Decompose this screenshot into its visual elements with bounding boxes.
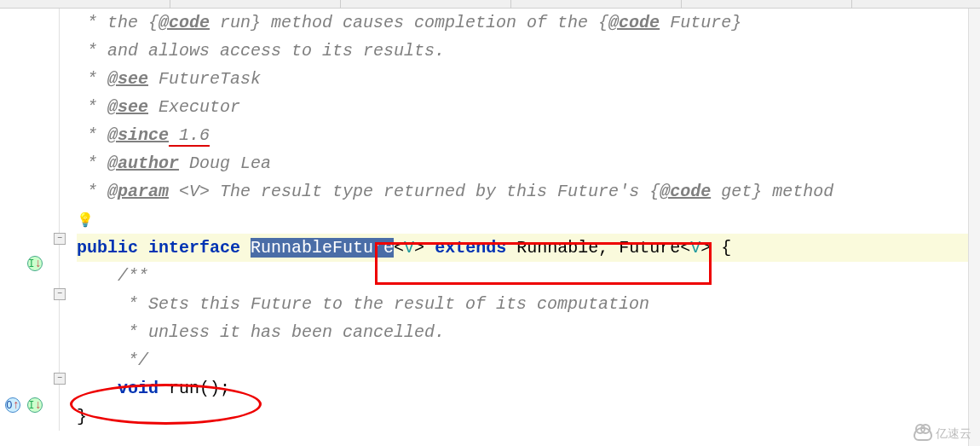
keyword-interface: interface bbox=[148, 238, 251, 258]
author-tag: @author bbox=[107, 153, 179, 173]
method-name: run bbox=[169, 379, 199, 398]
code-editor[interactable]: * the {@code run} method causes completi… bbox=[60, 9, 980, 431]
tab-2[interactable] bbox=[170, 0, 341, 9]
see-tag: @see bbox=[107, 97, 148, 117]
tab-3[interactable] bbox=[341, 0, 511, 9]
keyword-extends: extends bbox=[424, 238, 516, 258]
tab-1[interactable] bbox=[0, 0, 170, 9]
interface-declaration-line: public interface RunnableFuture<V> exten… bbox=[77, 234, 980, 262]
t: * bbox=[77, 97, 107, 117]
structure-icon-override[interactable]: O↑ bbox=[5, 397, 20, 413]
type-param: V bbox=[690, 238, 700, 258]
see-tag: @see bbox=[107, 69, 148, 89]
t: Doug Lea bbox=[179, 153, 271, 173]
editor-container: − − − I↓ O↑ I↓ * the {@code run} method … bbox=[0, 9, 980, 431]
javadoc-line-1: * the {@code run} method causes completi… bbox=[77, 9, 980, 37]
javadoc-author: * @author Doug Lea bbox=[77, 149, 980, 177]
keyword-void: void bbox=[118, 379, 169, 398]
watermark-cloud-icon bbox=[914, 427, 932, 441]
tab-5[interactable] bbox=[682, 0, 852, 9]
javadoc-param: * @param <V> The result type returned by… bbox=[77, 177, 980, 206]
vertical-scrollbar[interactable] bbox=[968, 9, 980, 446]
tab-4[interactable] bbox=[511, 0, 682, 9]
t: * bbox=[77, 125, 107, 145]
t: (); bbox=[199, 379, 230, 398]
javadoc-see-1: * @see FutureTask bbox=[77, 65, 980, 93]
javadoc-code-tag: @code bbox=[608, 13, 660, 32]
t: Future} bbox=[660, 13, 741, 32]
tabs-bar bbox=[0, 0, 980, 9]
t: <V> bbox=[169, 182, 210, 201]
t: { bbox=[711, 238, 731, 258]
structure-icon-implemented[interactable]: I↓ bbox=[27, 397, 43, 413]
arrow-down-icon: ↓ bbox=[34, 257, 41, 270]
since-value: 1.6 bbox=[169, 125, 210, 147]
t: < bbox=[394, 238, 404, 258]
t: run} method causes completion of the { bbox=[210, 13, 608, 32]
intention-bulb-icon[interactable]: 💡 bbox=[77, 213, 94, 229]
structure-icon-interface[interactable]: I↓ bbox=[27, 256, 43, 271]
watermark-text: 亿速云 bbox=[936, 426, 971, 442]
t: The result type returned by this Future'… bbox=[210, 182, 660, 201]
since-tag: @since bbox=[107, 125, 169, 145]
javadoc-code-tag: @code bbox=[159, 13, 210, 32]
method-javadoc-line-2: * unless it has been cancelled. bbox=[77, 318, 980, 346]
superinterfaces: Runnable, Future bbox=[516, 238, 680, 258]
javadoc-line-2: * and allows access to its results. bbox=[77, 37, 980, 65]
arrow-down-icon-2: ↓ bbox=[34, 398, 41, 412]
method-javadoc-close: */ bbox=[77, 346, 980, 374]
t: * bbox=[77, 69, 107, 89]
javadoc-see-2: * @see Executor bbox=[77, 93, 980, 121]
t: * bbox=[77, 182, 107, 201]
t: * bbox=[77, 153, 107, 173]
arrow-up-icon: ↑ bbox=[12, 398, 19, 412]
intention-bulb-line: 💡 bbox=[77, 206, 980, 234]
gutter: − − − I↓ O↑ I↓ bbox=[0, 9, 60, 431]
watermark: 亿速云 bbox=[914, 426, 971, 442]
t bbox=[77, 379, 118, 398]
t: * the { bbox=[77, 13, 159, 32]
t: FutureTask bbox=[148, 69, 261, 89]
t: Executor bbox=[148, 97, 240, 117]
param-tag: @param bbox=[107, 182, 169, 201]
type-param: V bbox=[404, 238, 414, 258]
method-declaration-line: void run(); bbox=[77, 374, 980, 403]
method-javadoc-open: /** bbox=[77, 262, 980, 290]
t: < bbox=[680, 238, 690, 258]
javadoc-code-tag: @code bbox=[660, 182, 711, 201]
t: > bbox=[414, 238, 424, 258]
method-javadoc-line-1: * Sets this Future to the result of its … bbox=[77, 290, 980, 318]
t: > bbox=[700, 238, 711, 258]
keyword-public: public bbox=[77, 238, 148, 258]
t: get} method bbox=[711, 182, 833, 201]
close-brace-line: } bbox=[77, 403, 980, 431]
interface-name-selected: RunnableFuture bbox=[251, 238, 394, 258]
javadoc-since: * @since 1.6 bbox=[77, 121, 980, 149]
